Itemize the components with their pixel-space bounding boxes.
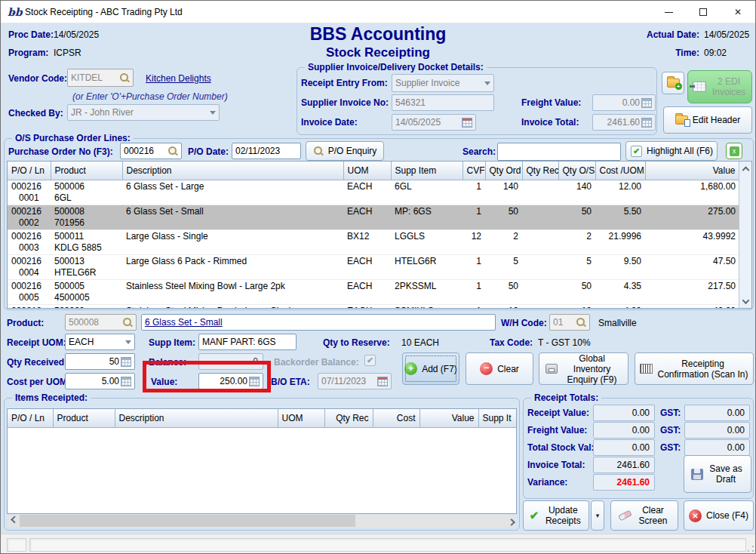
po-line-row[interactable]: 000216500009Stainless Steel Mixing Bowl … [8, 304, 739, 309]
add-button[interactable]: + Add (F7) [402, 352, 459, 385]
value-field[interactable]: 250.00 [198, 373, 263, 389]
wh-name-value: Smallville [598, 318, 637, 328]
tax-code-value: T - GST 10% [538, 337, 591, 348]
col-product: Product [51, 162, 122, 180]
program-label: Program: [8, 48, 48, 58]
calculator-icon [641, 98, 652, 108]
qty-received-label: Qty Received: [7, 357, 67, 368]
clear-screen-button[interactable]: Clear Screen [610, 500, 678, 531]
eraser-icon [618, 509, 632, 521]
invoice-total-sum-label: Invoice Total: [527, 460, 585, 470]
scroll-right-button[interactable] [504, 515, 516, 527]
scroll-up-button[interactable] [739, 162, 751, 174]
po-no-field[interactable]: 000216 [120, 143, 182, 159]
edi-invoices-button[interactable]: 2 EDI Invoices [687, 70, 752, 103]
col-cost: Cost [373, 409, 419, 427]
cost-per-uom-field[interactable]: 5.00 [65, 373, 135, 389]
value-label: Value: [151, 377, 177, 387]
po-lines-legend: O/S Purchase Order Lines: [12, 133, 134, 143]
vendor-hint: (or Enter 'O'+Purchase Order Number) [72, 91, 228, 102]
calculator-icon[interactable] [121, 357, 131, 367]
receipt-gst-field: 0.00 [684, 405, 750, 421]
vertical-scrollbar[interactable] [739, 162, 751, 308]
close-button[interactable]: ✕ Close (F4) [684, 500, 754, 531]
maximize-button[interactable] [686, 1, 721, 23]
close-window-button[interactable]: ✕ [721, 1, 755, 23]
scroll-down-button[interactable] [739, 295, 751, 308]
supp-item-field[interactable]: MANF PART: 6GS [198, 334, 297, 350]
chevron-down-icon [125, 340, 131, 344]
po-line-row[interactable]: 00021600015000066GL6 Glass Set - LargeEA… [8, 180, 739, 205]
calculator-icon[interactable] [121, 377, 131, 386]
search-input[interactable] [497, 143, 621, 161]
po-lines-table: P/O / Ln Product Description UOM Supp It… [7, 161, 752, 309]
receipting-confirmation-button[interactable]: Receipting Confirmation (Scan In) [635, 352, 754, 385]
clear-button[interactable]: − Clear [466, 352, 533, 385]
qty-received-field[interactable]: 50 [65, 353, 135, 370]
app-title: BBS Accounting [257, 24, 499, 45]
calculator-icon[interactable] [249, 377, 260, 386]
cabinet-icon [545, 364, 558, 374]
product-description-link[interactable]: 6 Glass Set - Small [145, 317, 223, 328]
col-uom: UOM [343, 162, 391, 180]
scrollbar-thumb[interactable] [20, 515, 355, 527]
plus-icon: + [404, 362, 417, 375]
po-line-row[interactable]: 0002160004500013HTELG6RLarge Glass 6 Pac… [8, 254, 739, 279]
edit-header-button[interactable]: Edit Header [663, 106, 752, 134]
search-label: Search: [463, 146, 496, 157]
save-as-draft-button[interactable]: Save as Draft [684, 455, 751, 493]
magnifier-icon[interactable] [167, 146, 178, 156]
chevron-down-icon [742, 297, 749, 304]
col-supp-it: Supp It [478, 409, 517, 427]
chevron-left-icon [11, 516, 18, 523]
receipt-totals-legend: Receipt Totals: [531, 392, 601, 403]
freight-value-total-field: 0.00 [593, 422, 655, 439]
update-receipts-dropdown-button[interactable]: ▾ [591, 500, 604, 531]
invoice-total-field: 2461.60 [592, 114, 656, 131]
proc-date-value: 14/05/2025 [54, 29, 99, 40]
check-icon: ✔ [530, 510, 539, 521]
status-panel-small [7, 538, 26, 552]
minimize-button[interactable] [651, 1, 686, 23]
receipt-uom-select[interactable]: EACH [65, 334, 135, 350]
close-circle-icon: ✕ [689, 509, 702, 522]
po-line-row[interactable]: 00021600025000087019566 Glass Set - Smal… [8, 205, 739, 229]
col-qty-os: Qty O/S [558, 162, 595, 180]
backorder-balance-label: Backorder Balance: [274, 357, 359, 368]
highlight-all-button[interactable]: ✔ Highlight All (F6) [625, 141, 718, 161]
col-qty-rec: Qty Rec [522, 162, 558, 180]
po-date-field[interactable]: 02/11/2023 [232, 143, 301, 159]
qty-to-reserve-label: Qty to Reserve: [323, 337, 390, 348]
attach-invoice-button[interactable]: + [662, 72, 684, 94]
export-excel-button[interactable]: x [724, 141, 745, 161]
receipt-entry-from-label: Receipt Entry From: [301, 78, 388, 88]
col-po-ln: P/O / Ln [8, 162, 51, 180]
maximize-icon [699, 8, 707, 16]
invoice-total-sum-field: 2461.60 [593, 457, 655, 473]
po-line-row[interactable]: 0002160003500011KDLG 5885Large Glass - S… [8, 229, 739, 254]
col-description: Description [122, 162, 343, 180]
backorder-balance-checkbox: ✔ [364, 355, 376, 366]
global-inventory-enquiry-button[interactable]: Global Inventory Enquiry (F9) [539, 352, 628, 385]
resize-grip[interactable] [747, 545, 754, 552]
col-qty-rec: Qty Rec [324, 409, 373, 427]
scroll-left-button[interactable] [8, 515, 20, 527]
po-enquiry-button[interactable]: P/O Enquiry [306, 141, 384, 161]
col-cvf: CVF [463, 162, 485, 180]
vendor-name-link[interactable]: Kitchen Delights [146, 73, 211, 84]
magnifier-icon [576, 317, 586, 328]
col-value: Value [645, 162, 739, 180]
gst-label-3: GST: [660, 442, 681, 453]
product-label: Product: [7, 318, 44, 328]
col-description: Description [115, 409, 278, 427]
po-line-row[interactable]: 00021600055000054500005Stainless Steel M… [8, 279, 739, 304]
calendar-icon [462, 118, 472, 128]
items-receipted-table: P/O / Ln Product Description UOM Qty Rec… [7, 408, 517, 514]
col-cost-uom: Cost /UOM [595, 162, 645, 180]
supp-item-label: Supp Item: [149, 337, 195, 348]
split-arrow-icon: ▾ [596, 510, 600, 521]
col-supp-item: Supp Item [391, 162, 463, 180]
update-receipts-button[interactable]: ✔ Update Receipts [523, 500, 589, 531]
horizontal-scrollbar[interactable] [8, 515, 516, 527]
bo-eta-field: 07/11/2023 [318, 373, 392, 389]
